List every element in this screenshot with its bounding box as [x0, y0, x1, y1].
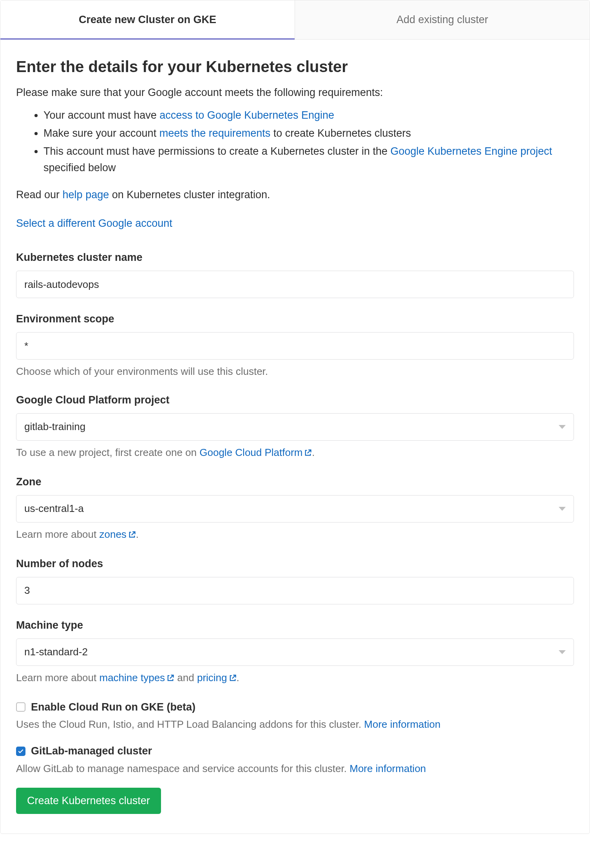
gcp-project-value: gitlab-training	[24, 420, 85, 434]
machine-types-link[interactable]: machine types	[99, 672, 174, 684]
requirement-item: Your account must have access to Google …	[43, 107, 574, 124]
help-page-line: Read our help page on Kubernetes cluster…	[16, 187, 574, 203]
chevron-down-icon	[559, 507, 566, 511]
machine-type-value: n1-standard-2	[24, 645, 88, 660]
cluster-name-input[interactable]	[16, 271, 574, 298]
zone-label: Zone	[16, 474, 574, 490]
field-gitlab-managed: GitLab-managed cluster Allow GitLab to m…	[16, 743, 574, 776]
requirements-link[interactable]: meets the requirements	[159, 127, 271, 139]
machine-type-label: Machine type	[16, 618, 574, 633]
nodes-label: Number of nodes	[16, 556, 574, 571]
mt-help-prefix: Learn more about	[16, 672, 99, 684]
field-zone: Zone us-central1-a Learn more about zone…	[16, 474, 574, 543]
cloud-run-help: Uses the Cloud Run, Istio, and HTTP Load…	[16, 717, 574, 732]
machine-type-select[interactable]: n1-standard-2	[16, 638, 574, 666]
zones-link[interactable]: zones	[99, 528, 136, 540]
tabs: Create new Cluster on GKE Add existing c…	[0, 0, 590, 40]
help-page-link[interactable]: help page	[63, 189, 109, 201]
cloud-run-more-info-link[interactable]: More information	[364, 718, 440, 730]
requirement-item: This account must have permissions to cr…	[43, 143, 574, 176]
tab-create-new-cluster[interactable]: Create new Cluster on GKE	[0, 0, 295, 39]
tab-add-existing-cluster[interactable]: Add existing cluster	[295, 0, 590, 39]
machine-types-link-text: machine types	[99, 672, 165, 684]
gcp-help-suffix: .	[312, 447, 315, 458]
pricing-link[interactable]: pricing	[197, 672, 237, 684]
gitlab-managed-help: Allow GitLab to manage namespace and ser…	[16, 761, 574, 776]
environment-scope-label: Environment scope	[16, 311, 574, 327]
chevron-down-icon	[559, 650, 566, 654]
zone-value: us-central1-a	[24, 501, 84, 516]
help-page-suffix: on Kubernetes cluster integration.	[109, 189, 270, 201]
nodes-input[interactable]	[16, 577, 574, 604]
intro-lead: Please make sure that your Google accoun…	[16, 85, 574, 100]
mt-help-mid: and	[174, 672, 197, 684]
pricing-link-text: pricing	[197, 672, 227, 684]
zone-help: Learn more about zones.	[16, 527, 574, 543]
external-link-icon	[304, 446, 312, 461]
gcp-project-select[interactable]: gitlab-training	[16, 413, 574, 441]
cluster-name-label: Kubernetes cluster name	[16, 250, 574, 265]
gke-project-link[interactable]: Google Kubernetes Engine project	[390, 145, 552, 157]
gcp-project-label: Google Cloud Platform project	[16, 392, 574, 408]
cluster-create-panel: Create new Cluster on GKE Add existing c…	[0, 0, 590, 834]
environment-scope-help: Choose which of your environments will u…	[16, 364, 574, 379]
requirement-text: Make sure your account	[43, 127, 159, 139]
intro-block: Please make sure that your Google accoun…	[16, 85, 574, 247]
field-machine-type: Machine type n1-standard-2 Learn more ab…	[16, 618, 574, 686]
help-page-prefix: Read our	[16, 189, 63, 201]
requirement-item: Make sure your account meets the require…	[43, 125, 574, 142]
gcp-link-text: Google Cloud Platform	[199, 447, 302, 458]
zones-link-text: zones	[99, 528, 126, 540]
external-link-icon	[167, 671, 174, 686]
gitlab-managed-checkbox[interactable]	[16, 747, 25, 756]
gitlab-managed-more-info-link[interactable]: More information	[349, 763, 426, 774]
requirement-text: Your account must have	[43, 109, 159, 121]
requirement-text: This account must have permissions to cr…	[43, 145, 390, 157]
field-environment-scope: Environment scope Choose which of your e…	[16, 311, 574, 379]
page-title: Enter the details for your Kubernetes cl…	[16, 55, 574, 78]
environment-scope-input[interactable]	[16, 332, 574, 360]
field-cloud-run: Enable Cloud Run on GKE (beta) Uses the …	[16, 700, 574, 732]
requirement-text: to create Kubernetes clusters	[270, 127, 411, 139]
chevron-down-icon	[559, 425, 566, 429]
external-link-icon	[229, 671, 237, 686]
gitlab-managed-label: GitLab-managed cluster	[31, 743, 152, 759]
requirements-list: Your account must have access to Google …	[16, 107, 574, 176]
select-different-account-link[interactable]: Select a different Google account	[16, 216, 172, 231]
external-link-icon	[128, 528, 136, 543]
zone-help-suffix: .	[136, 528, 139, 540]
zone-select[interactable]: us-central1-a	[16, 495, 574, 523]
gke-access-link[interactable]: access to Google Kubernetes Engine	[159, 109, 334, 121]
create-cluster-button[interactable]: Create Kubernetes cluster	[16, 788, 161, 814]
gcp-platform-link[interactable]: Google Cloud Platform	[199, 447, 312, 458]
requirement-text: specified below	[43, 162, 116, 174]
form-content: Enter the details for your Kubernetes cl…	[0, 40, 590, 834]
managed-help-text: Allow GitLab to manage namespace and ser…	[16, 763, 349, 774]
zone-help-prefix: Learn more about	[16, 528, 99, 540]
field-number-of-nodes: Number of nodes	[16, 556, 574, 604]
field-cluster-name: Kubernetes cluster name	[16, 250, 574, 298]
cloud-run-help-text: Uses the Cloud Run, Istio, and HTTP Load…	[16, 718, 364, 730]
gcp-help-prefix: To use a new project, first create one o…	[16, 447, 199, 458]
machine-type-help: Learn more about machine types and prici…	[16, 671, 574, 686]
field-gcp-project: Google Cloud Platform project gitlab-tra…	[16, 392, 574, 461]
mt-help-suffix: .	[237, 672, 239, 684]
cloud-run-checkbox[interactable]	[16, 702, 25, 712]
cloud-run-label: Enable Cloud Run on GKE (beta)	[31, 700, 195, 715]
gcp-project-help: To use a new project, first create one o…	[16, 445, 574, 461]
